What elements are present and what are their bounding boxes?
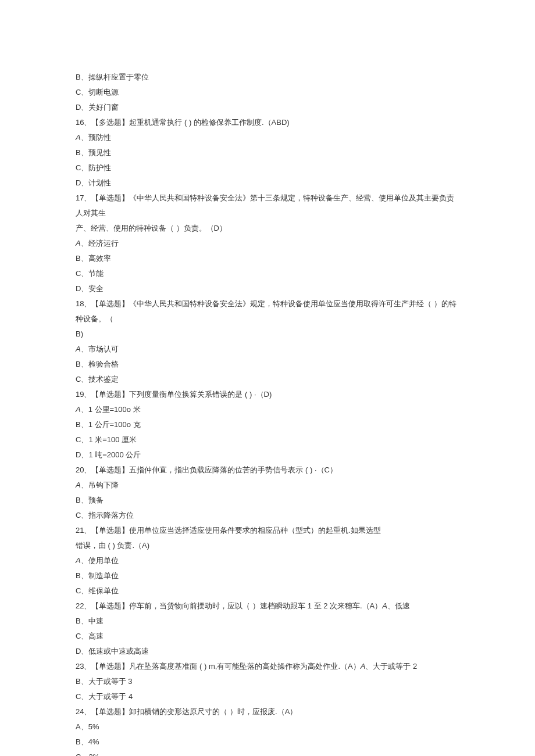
text-line: 18、【单选题】《中华人民共和国特种设备安全法》规定，特种设备使用单位应当使用取… xyxy=(76,296,459,327)
text-line: 22、【单选题】停车前，当货物向前摆动时，应以（ ）速档瞬动跟车 1 至 2 次… xyxy=(76,599,459,614)
option-text: 、大于或等于 2 xyxy=(365,662,417,671)
text-line: B、预见性 xyxy=(76,145,459,160)
text-line: D、1 吨=2000 公斤 xyxy=(76,447,459,463)
option-letter: A xyxy=(76,239,81,248)
option-text: 、低速 xyxy=(387,601,410,610)
text-line: C、节能 xyxy=(76,266,459,281)
option-letter: A xyxy=(76,133,81,142)
text-line: 17、【单选题】《中华人民共和国特种设备安全法》第十三条规定，特种设备生产、经营… xyxy=(76,191,459,221)
text-line: 16、【多选题】起重机通常执行 ( ) 的检修保养工作制度.（ABD) xyxy=(76,115,459,130)
text-line: C、高速 xyxy=(76,629,459,644)
text-line: A、使用单位 xyxy=(76,553,459,568)
option-letter: A xyxy=(382,601,387,610)
text-line: A、预防性 xyxy=(76,130,459,145)
option-letter: A xyxy=(76,405,81,414)
text-line: A、经济运行 xyxy=(76,236,459,251)
question-text: 22、【单选题】停车前，当货物向前摆动时，应以（ ）速档瞬动跟车 1 至 2 次… xyxy=(76,601,382,610)
text-line: B、大于或等于 3 xyxy=(76,674,459,689)
text-line: A、市场认可 xyxy=(76,342,459,357)
text-line: A、吊钩下降 xyxy=(76,478,459,493)
text-line: C、3% xyxy=(76,750,459,756)
text-line: D、计划性 xyxy=(76,175,459,191)
text-line: C、维保单位 xyxy=(76,583,459,599)
text-line: A、1 公里=100o 米 xyxy=(76,402,459,417)
option-text: 、经济运行 xyxy=(81,239,119,248)
text-line: 19、【单选题】下列度量衡单位换算关系错误的是 ( ) ·（D) xyxy=(76,387,459,402)
text-line: B、中速 xyxy=(76,614,459,629)
question-text: 23、【单选题】凡在坠落高度基准面 ( ) m,有可能坠落的高处操作称为高处作业… xyxy=(76,662,361,671)
text-line: B、1 公斤=100o 克 xyxy=(76,417,459,432)
text-line: B、4% xyxy=(76,734,459,750)
option-text: 、吊钩下降 xyxy=(81,481,119,489)
document-body: B、操纵杆应置于零位 C、切断电源 D、关好门窗 16、【多选题】起重机通常执行… xyxy=(76,70,459,756)
text-line: B、高效率 xyxy=(76,251,459,266)
text-line: D、安全 xyxy=(76,281,459,296)
option-letter: A xyxy=(76,556,81,565)
text-line: A、5% xyxy=(76,719,459,734)
text-line: 错误，由 ( ) 负责.（A) xyxy=(76,538,459,553)
text-line: 20、【单选题】五指仲伸直，指出负载应降落的位苦的手势信号表示 ( ) ·（C） xyxy=(76,463,459,478)
text-line: C、大于或等于 4 xyxy=(76,689,459,704)
option-text: 、使用单位 xyxy=(81,556,119,565)
text-line: C、切断电源 xyxy=(76,85,459,100)
text-line: B) xyxy=(76,327,459,342)
text-line: B、预备 xyxy=(76,493,459,508)
text-line: D、关好门窗 xyxy=(76,100,459,115)
text-line: B、操纵杆应置于零位 xyxy=(76,70,459,85)
option-text: 、市场认可 xyxy=(81,345,119,353)
text-line: 产、经营、使用的特种设备（ ）负责。（D） xyxy=(76,221,459,236)
text-line: C、防护性 xyxy=(76,160,459,175)
text-line: D、低速或中速或高速 xyxy=(76,644,459,659)
text-line: C、指示降落方位 xyxy=(76,508,459,523)
text-line: 24、【单选题】卸扣横销的变形达原尺寸的（ ）时，应报废.（A） xyxy=(76,704,459,719)
text-line: 21、【单选题】使用单位应当选择适应使用条件要求的相应品种（型式）的起重机.如果… xyxy=(76,523,459,538)
option-letter: A xyxy=(76,481,81,489)
text-line: B、检验合格 xyxy=(76,357,459,372)
option-letter: A xyxy=(76,345,81,353)
option-text: 、预防性 xyxy=(81,133,111,142)
option-text: 、1 公里=100o 米 xyxy=(81,405,141,414)
text-line: C、技术鉴定 xyxy=(76,372,459,387)
text-line: 23、【单选题】凡在坠落高度基准面 ( ) m,有可能坠落的高处操作称为高处作业… xyxy=(76,659,459,674)
text-line: B、制造单位 xyxy=(76,568,459,583)
text-line: C、1 米=100 厘米 xyxy=(76,432,459,447)
